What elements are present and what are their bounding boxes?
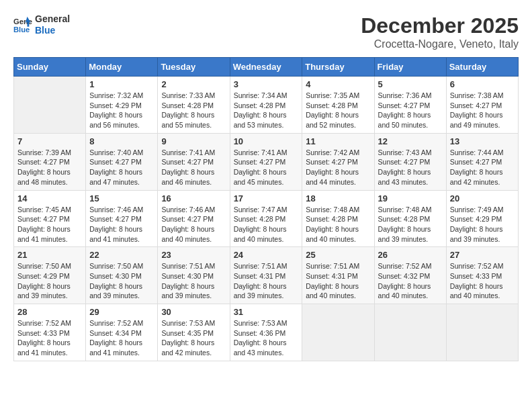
day-info: Sunrise: 7:45 AMSunset: 4:27 PMDaylight:… xyxy=(17,205,82,244)
day-info: Sunrise: 7:40 AMSunset: 4:27 PMDaylight:… xyxy=(89,148,154,187)
calendar-cell: 16Sunrise: 7:46 AMSunset: 4:27 PMDayligh… xyxy=(158,190,230,247)
day-number: 27 xyxy=(450,250,515,260)
day-info: Sunrise: 7:38 AMSunset: 4:27 PMDaylight:… xyxy=(450,91,515,130)
calendar-cell: 1Sunrise: 7:32 AMSunset: 4:29 PMDaylight… xyxy=(86,77,158,134)
day-number: 11 xyxy=(306,136,370,146)
calendar-cell: 27Sunrise: 7:52 AMSunset: 4:33 PMDayligh… xyxy=(446,247,518,304)
day-header-wednesday: Wednesday xyxy=(230,58,302,77)
calendar-cell: 10Sunrise: 7:41 AMSunset: 4:27 PMDayligh… xyxy=(230,133,302,190)
calendar-cell: 24Sunrise: 7:51 AMSunset: 4:31 PMDayligh… xyxy=(230,247,302,304)
day-number: 4 xyxy=(306,79,370,89)
day-number: 26 xyxy=(378,250,443,260)
day-header-monday: Monday xyxy=(86,58,158,77)
day-header-sunday: Sunday xyxy=(14,58,86,77)
day-number: 1 xyxy=(89,79,154,89)
calendar-cell: 28Sunrise: 7:52 AMSunset: 4:33 PMDayligh… xyxy=(14,304,86,361)
day-header-saturday: Saturday xyxy=(446,58,518,77)
day-info: Sunrise: 7:52 AMSunset: 4:33 PMDaylight:… xyxy=(17,318,82,358)
title-area: December 2025 Crocetta-Nogare, Veneto, I… xyxy=(361,13,519,50)
logo-blue: Blue xyxy=(35,25,70,36)
day-number: 8 xyxy=(89,136,154,146)
logo: General Blue General Blue xyxy=(13,13,70,36)
calendar-cell: 22Sunrise: 7:50 AMSunset: 4:30 PMDayligh… xyxy=(86,247,158,304)
calendar-week-row: 7Sunrise: 7:39 AMSunset: 4:27 PMDaylight… xyxy=(14,133,519,190)
day-info: Sunrise: 7:51 AMSunset: 4:30 PMDaylight:… xyxy=(161,261,226,301)
day-number: 14 xyxy=(17,193,82,203)
day-info: Sunrise: 7:32 AMSunset: 4:29 PMDaylight:… xyxy=(89,91,154,130)
day-header-tuesday: Tuesday xyxy=(158,58,230,77)
calendar-cell: 2Sunrise: 7:33 AMSunset: 4:28 PMDaylight… xyxy=(158,77,230,134)
day-number: 12 xyxy=(378,136,443,146)
day-info: Sunrise: 7:52 AMSunset: 4:32 PMDaylight:… xyxy=(378,261,443,301)
day-number: 3 xyxy=(234,79,299,89)
day-info: Sunrise: 7:46 AMSunset: 4:27 PMDaylight:… xyxy=(89,205,154,244)
calendar-week-row: 21Sunrise: 7:50 AMSunset: 4:29 PMDayligh… xyxy=(14,247,519,304)
day-info: Sunrise: 7:53 AMSunset: 4:36 PMDaylight:… xyxy=(234,318,299,358)
page-header: General Blue General Blue December 2025 … xyxy=(13,13,519,50)
day-number: 17 xyxy=(234,193,299,203)
calendar-cell: 17Sunrise: 7:47 AMSunset: 4:28 PMDayligh… xyxy=(230,190,302,247)
day-info: Sunrise: 7:35 AMSunset: 4:28 PMDaylight:… xyxy=(306,91,370,130)
day-info: Sunrise: 7:51 AMSunset: 4:31 PMDaylight:… xyxy=(306,261,370,301)
day-info: Sunrise: 7:46 AMSunset: 4:27 PMDaylight:… xyxy=(161,205,226,244)
day-info: Sunrise: 7:34 AMSunset: 4:28 PMDaylight:… xyxy=(234,91,299,130)
calendar-cell: 13Sunrise: 7:44 AMSunset: 4:27 PMDayligh… xyxy=(446,133,518,190)
day-info: Sunrise: 7:36 AMSunset: 4:27 PMDaylight:… xyxy=(378,91,443,130)
calendar-week-row: 1Sunrise: 7:32 AMSunset: 4:29 PMDaylight… xyxy=(14,77,519,134)
day-info: Sunrise: 7:47 AMSunset: 4:28 PMDaylight:… xyxy=(234,205,299,244)
location-title: Crocetta-Nogare, Veneto, Italy xyxy=(361,38,519,50)
day-number: 25 xyxy=(306,250,370,260)
calendar-cell: 23Sunrise: 7:51 AMSunset: 4:30 PMDayligh… xyxy=(158,247,230,304)
day-number: 23 xyxy=(161,250,226,260)
day-number: 24 xyxy=(234,250,299,260)
day-info: Sunrise: 7:52 AMSunset: 4:34 PMDaylight:… xyxy=(89,318,154,358)
day-info: Sunrise: 7:50 AMSunset: 4:29 PMDaylight:… xyxy=(17,261,82,301)
calendar-cell xyxy=(302,304,374,361)
calendar-cell: 19Sunrise: 7:48 AMSunset: 4:28 PMDayligh… xyxy=(374,190,446,247)
day-info: Sunrise: 7:41 AMSunset: 4:27 PMDaylight:… xyxy=(234,148,299,187)
day-number: 16 xyxy=(161,193,226,203)
day-info: Sunrise: 7:42 AMSunset: 4:27 PMDaylight:… xyxy=(306,148,370,187)
day-info: Sunrise: 7:50 AMSunset: 4:30 PMDaylight:… xyxy=(89,261,154,301)
calendar-cell: 4Sunrise: 7:35 AMSunset: 4:28 PMDaylight… xyxy=(302,77,374,134)
calendar-cell xyxy=(374,304,446,361)
calendar-cell: 3Sunrise: 7:34 AMSunset: 4:28 PMDaylight… xyxy=(230,77,302,134)
day-number: 21 xyxy=(17,250,82,260)
day-number: 15 xyxy=(89,193,154,203)
day-info: Sunrise: 7:48 AMSunset: 4:28 PMDaylight:… xyxy=(378,205,443,244)
calendar-week-row: 28Sunrise: 7:52 AMSunset: 4:33 PMDayligh… xyxy=(14,304,519,361)
calendar-cell: 14Sunrise: 7:45 AMSunset: 4:27 PMDayligh… xyxy=(14,190,86,247)
day-info: Sunrise: 7:52 AMSunset: 4:33 PMDaylight:… xyxy=(450,261,515,301)
logo-general: General xyxy=(35,13,70,25)
calendar-cell xyxy=(446,304,518,361)
calendar-week-row: 14Sunrise: 7:45 AMSunset: 4:27 PMDayligh… xyxy=(14,190,519,247)
day-header-thursday: Thursday xyxy=(302,58,374,77)
calendar-cell: 30Sunrise: 7:53 AMSunset: 4:35 PMDayligh… xyxy=(158,304,230,361)
day-number: 29 xyxy=(89,307,154,317)
calendar-cell: 29Sunrise: 7:52 AMSunset: 4:34 PMDayligh… xyxy=(86,304,158,361)
day-number: 13 xyxy=(450,136,515,146)
calendar-cell: 20Sunrise: 7:49 AMSunset: 4:29 PMDayligh… xyxy=(446,190,518,247)
day-number: 2 xyxy=(161,79,226,89)
day-number: 31 xyxy=(234,307,299,317)
day-header-friday: Friday xyxy=(374,58,446,77)
day-info: Sunrise: 7:53 AMSunset: 4:35 PMDaylight:… xyxy=(161,318,226,358)
calendar-cell: 9Sunrise: 7:41 AMSunset: 4:27 PMDaylight… xyxy=(158,133,230,190)
day-number: 28 xyxy=(17,307,82,317)
calendar-cell: 15Sunrise: 7:46 AMSunset: 4:27 PMDayligh… xyxy=(86,190,158,247)
calendar-cell: 26Sunrise: 7:52 AMSunset: 4:32 PMDayligh… xyxy=(374,247,446,304)
calendar-cell: 12Sunrise: 7:43 AMSunset: 4:27 PMDayligh… xyxy=(374,133,446,190)
day-number: 30 xyxy=(161,307,226,317)
day-info: Sunrise: 7:44 AMSunset: 4:27 PMDaylight:… xyxy=(450,148,515,187)
day-number: 19 xyxy=(378,193,443,203)
calendar-cell: 8Sunrise: 7:40 AMSunset: 4:27 PMDaylight… xyxy=(86,133,158,190)
month-title: December 2025 xyxy=(361,13,519,38)
calendar-cell: 11Sunrise: 7:42 AMSunset: 4:27 PMDayligh… xyxy=(302,133,374,190)
day-number: 6 xyxy=(450,79,515,89)
day-info: Sunrise: 7:39 AMSunset: 4:27 PMDaylight:… xyxy=(17,148,82,187)
day-number: 9 xyxy=(161,136,226,146)
calendar-cell: 25Sunrise: 7:51 AMSunset: 4:31 PMDayligh… xyxy=(302,247,374,304)
day-info: Sunrise: 7:49 AMSunset: 4:29 PMDaylight:… xyxy=(450,205,515,244)
day-number: 20 xyxy=(450,193,515,203)
day-number: 22 xyxy=(89,250,154,260)
